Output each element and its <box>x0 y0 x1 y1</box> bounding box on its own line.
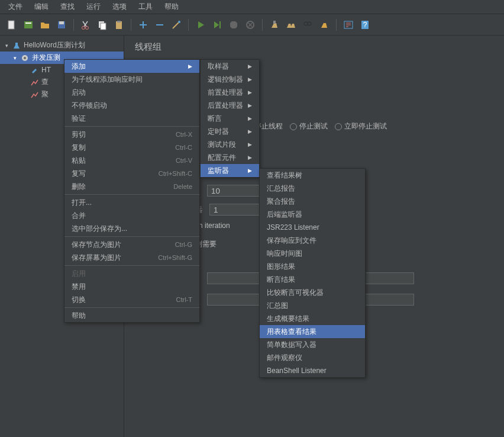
chevron-right-icon: ▶ <box>188 63 192 69</box>
menu-item[interactable]: 汇总报告 <box>260 182 365 195</box>
menu-edit[interactable]: 编辑 <box>28 0 54 14</box>
menu-item[interactable]: 复制Ctrl-C <box>64 141 199 154</box>
menu-item[interactable]: 保存屏幕为图片Ctrl+Shift-G <box>64 251 199 264</box>
menu-item[interactable]: 断言▶ <box>201 112 259 125</box>
menu-item[interactable]: 查看结果树 <box>260 169 365 182</box>
flask-icon <box>12 41 21 50</box>
menu-item-label: 聚合报告 <box>267 197 358 207</box>
template-icon[interactable] <box>21 18 35 32</box>
stop-icon[interactable] <box>227 18 241 32</box>
menu-item[interactable]: 取样器▶ <box>201 60 259 73</box>
menu-item-label: 简单数据写入器 <box>267 340 358 350</box>
menu-item-label: 粘贴 <box>72 156 164 166</box>
menu-item-label: 帮助 <box>72 311 192 321</box>
run-next-icon[interactable] <box>210 18 224 32</box>
menubar: 文件 编辑 查找 运行 选项 工具 帮助 <box>0 0 504 14</box>
radio-stop-now[interactable] <box>335 123 342 130</box>
clear-icon[interactable] <box>267 18 282 32</box>
menu-item[interactable]: 帮助 <box>64 309 199 322</box>
menu-item[interactable]: 复写Ctrl+Shift-C <box>64 167 199 180</box>
menu-item[interactable]: JSR223 Listener <box>260 221 365 234</box>
function-icon[interactable] <box>341 18 356 32</box>
menu-item[interactable]: 定时器▶ <box>201 125 259 138</box>
menu-item[interactable]: 测试片段▶ <box>201 138 259 151</box>
menu-item[interactable]: 图形结果 <box>260 260 365 273</box>
menu-help[interactable]: 帮助 <box>159 0 185 14</box>
reset-search-icon[interactable] <box>317 18 331 32</box>
menu-item[interactable]: 验证 <box>64 112 199 125</box>
menu-item-label: 复制 <box>72 143 163 153</box>
menu-item[interactable]: 选中部分保存为... <box>64 222 199 235</box>
menu-tools[interactable]: 工具 <box>133 0 159 14</box>
minus-icon[interactable] <box>153 18 167 32</box>
menu-item[interactable]: 配置元件▶ <box>201 151 259 164</box>
menu-item[interactable]: 剪切Ctrl-X <box>64 128 199 141</box>
new-icon[interactable] <box>5 18 19 32</box>
menu-item[interactable]: 不停顿启动 <box>64 99 199 112</box>
menu-item[interactable]: 邮件观察仪 <box>260 351 365 364</box>
menu-item-label: 汇总图 <box>267 301 358 311</box>
menu-item[interactable]: 聚合报告 <box>260 195 365 208</box>
copy-icon[interactable] <box>95 18 109 32</box>
menu-item[interactable]: 删除Delete <box>64 180 199 193</box>
menu-run[interactable]: 运行 <box>80 0 106 14</box>
open-icon[interactable] <box>38 18 52 32</box>
menu-item[interactable]: 逻辑控制器▶ <box>201 73 259 86</box>
plus-icon[interactable] <box>136 18 150 32</box>
menu-item[interactable]: 合并 <box>64 209 199 222</box>
help-icon[interactable]: ? <box>358 18 372 32</box>
menu-item[interactable]: 打开... <box>64 196 199 209</box>
menu-item[interactable]: 比较断言可视化器 <box>260 286 365 299</box>
menu-item[interactable]: 前置处理器▶ <box>201 86 259 99</box>
clear-all-icon[interactable] <box>284 18 298 32</box>
tree-root[interactable]: ▾ HelloWord压测计划 <box>0 39 124 52</box>
svg-point-11 <box>178 21 180 23</box>
menu-item-label: 保存屏幕为图片 <box>72 253 146 263</box>
radio-stop-test[interactable] <box>290 123 297 130</box>
toolbar: ? <box>0 14 504 36</box>
save-icon[interactable] <box>54 18 69 32</box>
chevron-right-icon: ▶ <box>248 76 252 82</box>
paste-icon[interactable] <box>112 18 126 32</box>
menu-item-label: 切换 <box>72 295 164 305</box>
menu-item[interactable]: 生成概要结果 <box>260 312 365 325</box>
context-menu: 添加▶为子线程添加响应时间启动不停顿启动验证剪切Ctrl-X复制Ctrl-C粘贴… <box>64 59 200 323</box>
menu-item[interactable]: 粘贴Ctrl-V <box>64 154 199 167</box>
separator <box>188 19 189 31</box>
search-icon[interactable] <box>301 18 315 32</box>
shortcut: Ctrl-X <box>176 131 192 138</box>
menu-item[interactable]: BeanShell Listener <box>260 364 365 377</box>
run-icon[interactable] <box>193 18 208 32</box>
menu-item[interactable]: 用表格查看结果 <box>260 325 365 338</box>
menu-item[interactable]: 添加▶ <box>64 60 199 73</box>
menu-item[interactable]: 汇总图 <box>260 299 365 312</box>
menu-item-label: 打开... <box>72 198 192 208</box>
label: ch iteration <box>195 221 230 230</box>
menu-item-label: 保存响应到文件 <box>267 236 358 246</box>
chevron-right-icon: ▶ <box>248 102 252 108</box>
input-threads[interactable] <box>207 185 266 197</box>
menu-item[interactable]: 为子线程添加响应时间 <box>64 73 199 86</box>
separator <box>73 19 74 31</box>
shutdown-icon[interactable] <box>243 18 257 32</box>
menu-item[interactable]: 后端监听器 <box>260 208 365 221</box>
pipette-icon <box>30 65 39 75</box>
menu-search[interactable]: 查找 <box>54 0 80 14</box>
menu-item[interactable]: 保存节点为图片Ctrl-G <box>64 238 199 251</box>
menu-item[interactable]: 切换Ctrl-T <box>64 293 199 306</box>
menu-item[interactable]: 简单数据写入器 <box>260 338 365 351</box>
svg-point-16 <box>308 22 311 25</box>
wand-icon[interactable] <box>169 18 183 32</box>
menu-item[interactable]: 断言结果 <box>260 273 365 286</box>
menu-item[interactable]: 保存响应到文件 <box>260 234 365 247</box>
menu-options[interactable]: 选项 <box>106 0 133 14</box>
cut-icon[interactable] <box>79 18 93 32</box>
chevron-down-icon: ▾ <box>12 55 18 61</box>
chevron-right-icon: ▶ <box>248 168 252 173</box>
menu-item[interactable]: 响应时间图 <box>260 247 365 260</box>
menu-item[interactable]: 禁用 <box>64 280 199 293</box>
menu-item[interactable]: 启动 <box>64 86 199 99</box>
menu-item[interactable]: 后置处理器▶ <box>201 99 259 112</box>
menu-item[interactable]: 监听器▶ <box>201 164 259 177</box>
menu-file[interactable]: 文件 <box>2 0 28 14</box>
